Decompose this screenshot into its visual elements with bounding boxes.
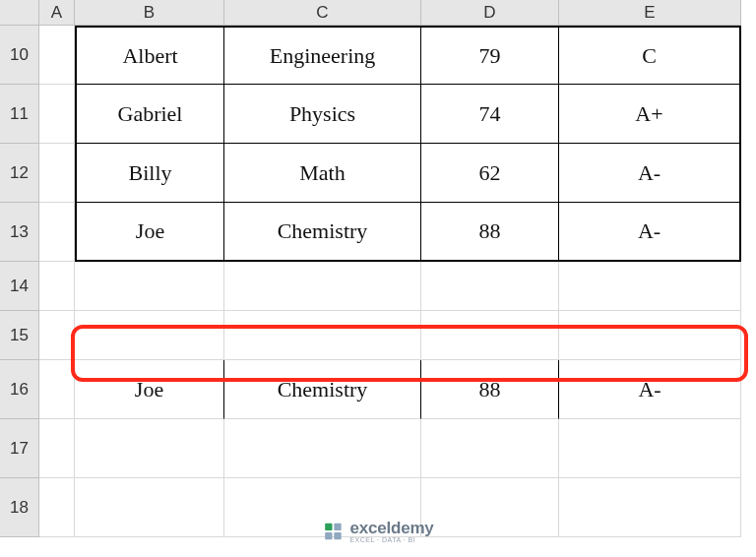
svg-rect-3 [334,532,341,539]
col-header-B[interactable]: B [75,0,224,26]
cell-D18[interactable] [421,478,559,537]
col-header-E[interactable]: E [559,0,741,26]
cell-D17[interactable] [421,419,559,478]
row-header-14[interactable]: 14 [0,262,39,311]
cell-D12[interactable]: 62 [421,144,559,203]
row-11: 11 Gabriel Physics 74 A+ [0,85,756,144]
watermark-main: exceldemy [349,520,433,536]
cell-C12[interactable]: Math [224,144,421,203]
row-14: 14 [0,262,756,311]
cell-A11[interactable] [39,85,75,144]
cell-E14[interactable] [559,262,741,311]
cell-B13[interactable]: Joe [75,203,224,262]
cell-A13[interactable] [39,203,75,262]
svg-rect-0 [325,524,332,530]
row-header-11[interactable]: 11 [0,85,39,144]
cell-B11[interactable]: Gabriel [75,85,224,144]
cell-C15[interactable] [224,311,421,360]
row-header-13[interactable]: 13 [0,203,39,262]
row-10: 10 Albert Engineering 79 C [0,26,756,85]
cell-B12[interactable]: Billy [75,144,224,203]
cell-B14[interactable] [75,262,224,311]
cell-C17[interactable] [224,419,421,478]
cell-A10[interactable] [39,26,75,85]
watermark: exceldemy EXCEL · DATA · BI [322,520,433,543]
watermark-text: exceldemy EXCEL · DATA · BI [349,520,433,543]
svg-rect-2 [325,532,332,539]
cell-D16[interactable]: 88 [421,360,559,419]
cell-C10[interactable]: Engineering [224,26,421,85]
row-header-16[interactable]: 16 [0,360,39,419]
col-header-A[interactable]: A [39,0,75,26]
cell-A12[interactable] [39,144,75,203]
cell-E17[interactable] [559,419,741,478]
cell-B17[interactable] [75,419,224,478]
cell-E15[interactable] [559,311,741,360]
cell-A18[interactable] [39,478,75,537]
cell-C16[interactable]: Chemistry [224,360,421,419]
cell-A14[interactable] [39,262,75,311]
spreadsheet-grid: A B C D E 10 Albert Engineering 79 C 11 … [0,0,756,537]
cell-E11[interactable]: A+ [559,85,741,144]
exceldemy-logo-icon [322,521,344,542]
row-header-18[interactable]: 18 [0,478,39,537]
cell-E10[interactable]: C [559,26,741,85]
cell-A16[interactable] [39,360,75,419]
cell-C14[interactable] [224,262,421,311]
cell-A17[interactable] [39,419,75,478]
cell-D15[interactable] [421,311,559,360]
cell-D11[interactable]: 74 [421,85,559,144]
cell-D13[interactable]: 88 [421,203,559,262]
col-header-D[interactable]: D [421,0,559,26]
cell-B16[interactable]: Joe [75,360,224,419]
cell-C11[interactable]: Physics [224,85,421,144]
cell-C13[interactable]: Chemistry [224,203,421,262]
row-header-12[interactable]: 12 [0,144,39,203]
cell-B15[interactable] [75,311,224,360]
row-header-17[interactable]: 17 [0,419,39,478]
cell-E12[interactable]: A- [559,144,741,203]
cell-E16[interactable]: A- [559,360,741,419]
cell-A15[interactable] [39,311,75,360]
row-header-10[interactable]: 10 [0,26,39,85]
svg-rect-1 [334,524,341,530]
row-15: 15 [0,311,756,360]
row-17: 17 [0,419,756,478]
row-13: 13 Joe Chemistry 88 A- [0,203,756,262]
row-12: 12 Billy Math 62 A- [0,144,756,203]
cell-E18[interactable] [559,478,741,537]
corner-header[interactable] [0,0,39,26]
cell-E13[interactable]: A- [559,203,741,262]
cell-D10[interactable]: 79 [421,26,559,85]
row-16: 16 Joe Chemistry 88 A- [0,360,756,419]
cell-D14[interactable] [421,262,559,311]
cell-B10[interactable]: Albert [75,26,224,85]
cell-B18[interactable] [75,478,224,537]
column-headers: A B C D E [0,0,756,26]
watermark-sub: EXCEL · DATA · BI [349,536,433,543]
col-header-C[interactable]: C [224,0,421,26]
row-header-15[interactable]: 15 [0,311,39,360]
